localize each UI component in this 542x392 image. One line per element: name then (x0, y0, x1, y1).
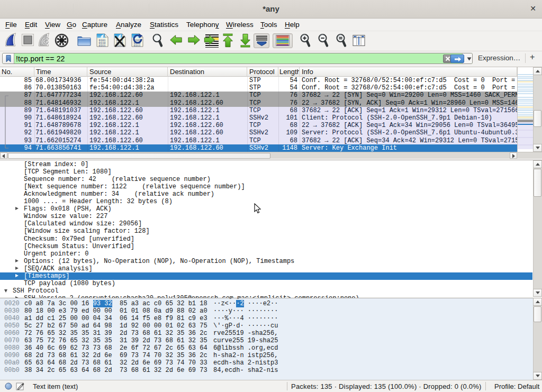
svg-text:0311: 0311 (134, 44, 141, 48)
svg-text:0311: 0311 (99, 44, 106, 48)
